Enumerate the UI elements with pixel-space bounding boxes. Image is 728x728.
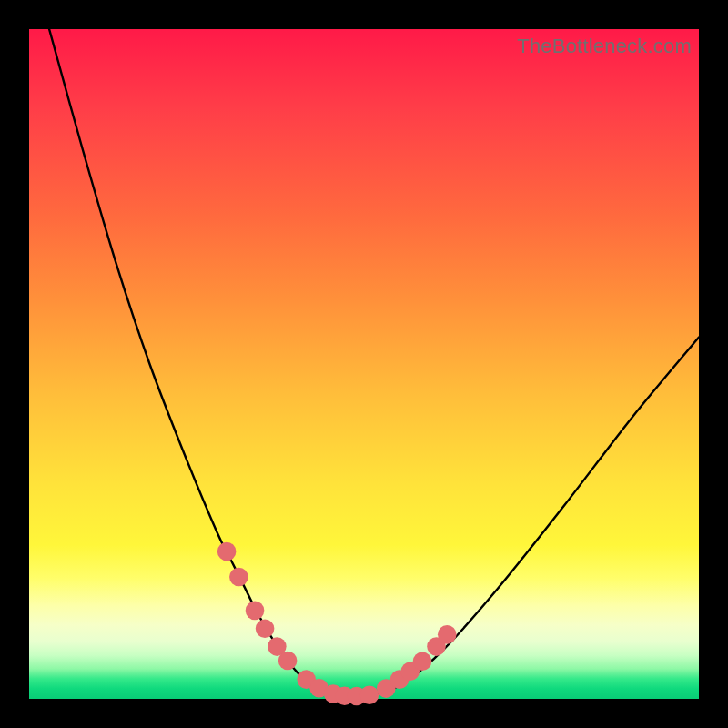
highlight-dot: [217, 542, 237, 561]
bottleneck-curve-path: [49, 29, 699, 696]
curve-layer: [29, 29, 699, 699]
plot-area: TheBottleneck.com: [29, 29, 699, 699]
highlight-dot: [229, 568, 248, 587]
chart-frame: TheBottleneck.com: [0, 0, 728, 728]
highlight-dot: [360, 685, 379, 704]
marker-group: [217, 542, 457, 706]
highlight-dot: [278, 652, 298, 671]
highlight-dot: [438, 625, 457, 644]
highlight-dot: [246, 602, 265, 621]
highlight-dot: [413, 652, 432, 671]
highlight-dot: [256, 619, 275, 638]
